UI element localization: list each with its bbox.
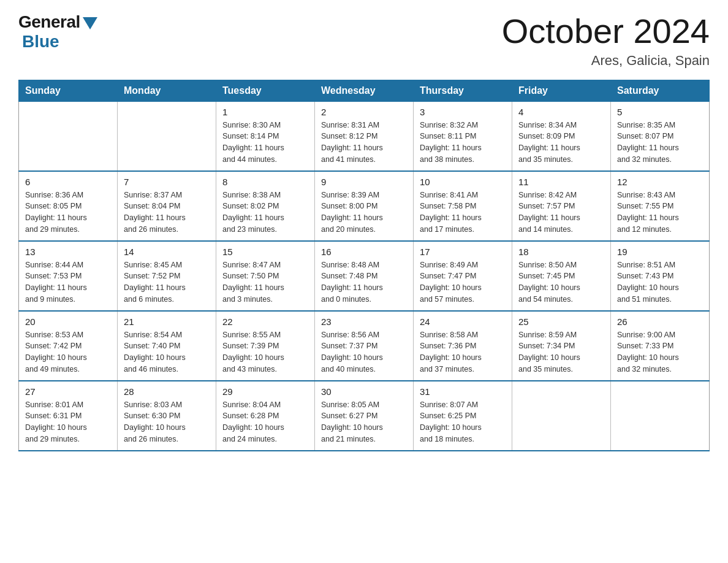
day-info: Sunrise: 8:01 AMSunset: 6:31 PMDaylight:… <box>25 399 111 445</box>
header-thursday: Thursday <box>414 80 512 101</box>
day-number: 23 <box>321 316 407 327</box>
calendar-cell: 24Sunrise: 8:58 AMSunset: 7:36 PMDayligh… <box>414 311 512 381</box>
day-info: Sunrise: 8:32 AMSunset: 8:11 PMDaylight:… <box>420 120 506 166</box>
day-info: Sunrise: 8:43 AMSunset: 7:55 PMDaylight:… <box>617 190 703 236</box>
day-number: 6 <box>25 177 111 187</box>
logo-triangle-icon <box>83 17 97 29</box>
day-info: Sunrise: 8:38 AMSunset: 8:02 PMDaylight:… <box>222 190 308 236</box>
day-number: 9 <box>321 177 407 187</box>
day-info: Sunrise: 8:56 AMSunset: 7:37 PMDaylight:… <box>321 329 407 375</box>
header-wednesday: Wednesday <box>315 80 414 101</box>
logo-general-text: General <box>18 12 80 32</box>
calendar-cell: 29Sunrise: 8:04 AMSunset: 6:28 PMDayligh… <box>216 381 315 451</box>
day-info: Sunrise: 8:49 AMSunset: 7:47 PMDaylight:… <box>420 259 506 305</box>
calendar-cell: 6Sunrise: 8:36 AMSunset: 8:05 PMDaylight… <box>19 171 118 241</box>
calendar-cell: 5Sunrise: 8:35 AMSunset: 8:07 PMDaylight… <box>611 101 710 171</box>
day-info: Sunrise: 8:37 AMSunset: 8:04 PMDaylight:… <box>124 190 210 236</box>
calendar-week-row: 27Sunrise: 8:01 AMSunset: 6:31 PMDayligh… <box>19 381 710 451</box>
day-number: 28 <box>124 386 210 397</box>
header-sunday: Sunday <box>19 80 118 101</box>
month-title: October 2024 <box>502 12 710 50</box>
calendar-cell: 31Sunrise: 8:07 AMSunset: 6:25 PMDayligh… <box>414 381 512 451</box>
day-info: Sunrise: 8:47 AMSunset: 7:50 PMDaylight:… <box>222 259 308 305</box>
day-info: Sunrise: 8:31 AMSunset: 8:12 PMDaylight:… <box>321 120 407 166</box>
day-number: 5 <box>617 107 703 117</box>
header-friday: Friday <box>512 80 611 101</box>
day-info: Sunrise: 8:30 AMSunset: 8:14 PMDaylight:… <box>222 120 308 166</box>
calendar-week-row: 20Sunrise: 8:53 AMSunset: 7:42 PMDayligh… <box>19 311 710 381</box>
day-info: Sunrise: 8:34 AMSunset: 8:09 PMDaylight:… <box>518 120 604 166</box>
calendar-cell: 21Sunrise: 8:54 AMSunset: 7:40 PMDayligh… <box>118 311 216 381</box>
day-info: Sunrise: 8:05 AMSunset: 6:27 PMDaylight:… <box>321 399 407 445</box>
day-number: 22 <box>222 316 308 327</box>
calendar-cell: 18Sunrise: 8:50 AMSunset: 7:45 PMDayligh… <box>512 241 611 311</box>
day-number: 31 <box>420 386 506 397</box>
day-number: 16 <box>321 247 407 257</box>
day-number: 17 <box>420 247 506 257</box>
day-info: Sunrise: 8:55 AMSunset: 7:39 PMDaylight:… <box>222 329 308 375</box>
day-number: 19 <box>617 247 703 257</box>
day-info: Sunrise: 8:04 AMSunset: 6:28 PMDaylight:… <box>222 399 308 445</box>
day-number: 21 <box>124 316 210 327</box>
calendar-cell: 17Sunrise: 8:49 AMSunset: 7:47 PMDayligh… <box>414 241 512 311</box>
calendar-cell: 19Sunrise: 8:51 AMSunset: 7:43 PMDayligh… <box>611 241 710 311</box>
calendar-week-row: 13Sunrise: 8:44 AMSunset: 7:53 PMDayligh… <box>19 241 710 311</box>
calendar-cell: 25Sunrise: 8:59 AMSunset: 7:34 PMDayligh… <box>512 311 611 381</box>
day-info: Sunrise: 8:59 AMSunset: 7:34 PMDaylight:… <box>518 329 604 375</box>
calendar-cell: 12Sunrise: 8:43 AMSunset: 7:55 PMDayligh… <box>611 171 710 241</box>
calendar-cell: 30Sunrise: 8:05 AMSunset: 6:27 PMDayligh… <box>315 381 414 451</box>
calendar-cell: 20Sunrise: 8:53 AMSunset: 7:42 PMDayligh… <box>19 311 118 381</box>
day-number: 7 <box>124 177 210 187</box>
calendar-cell: 27Sunrise: 8:01 AMSunset: 6:31 PMDayligh… <box>19 381 118 451</box>
day-info: Sunrise: 8:58 AMSunset: 7:36 PMDaylight:… <box>420 329 506 375</box>
calendar-cell: 23Sunrise: 8:56 AMSunset: 7:37 PMDayligh… <box>315 311 414 381</box>
calendar-cell <box>19 101 118 171</box>
day-info: Sunrise: 8:07 AMSunset: 6:25 PMDaylight:… <box>420 399 506 445</box>
calendar-cell: 15Sunrise: 8:47 AMSunset: 7:50 PMDayligh… <box>216 241 315 311</box>
day-number: 8 <box>222 177 308 187</box>
calendar-cell: 14Sunrise: 8:45 AMSunset: 7:52 PMDayligh… <box>118 241 216 311</box>
day-number: 4 <box>518 107 604 117</box>
calendar-cell: 4Sunrise: 8:34 AMSunset: 8:09 PMDaylight… <box>512 101 611 171</box>
calendar-cell <box>118 101 216 171</box>
calendar-cell: 28Sunrise: 8:03 AMSunset: 6:30 PMDayligh… <box>118 381 216 451</box>
calendar-cell: 1Sunrise: 8:30 AMSunset: 8:14 PMDaylight… <box>216 101 315 171</box>
day-number: 20 <box>25 316 111 327</box>
calendar-table: SundayMondayTuesdayWednesdayThursdayFrid… <box>18 80 710 451</box>
day-info: Sunrise: 8:51 AMSunset: 7:43 PMDaylight:… <box>617 259 703 305</box>
page-header: General Blue October 2024 Ares, Galicia,… <box>18 12 710 69</box>
day-info: Sunrise: 8:42 AMSunset: 7:57 PMDaylight:… <box>518 190 604 236</box>
calendar-header-row: SundayMondayTuesdayWednesdayThursdayFrid… <box>19 80 710 101</box>
logo: General Blue <box>18 12 97 52</box>
day-number: 27 <box>25 386 111 397</box>
day-info: Sunrise: 8:44 AMSunset: 7:53 PMDaylight:… <box>25 259 111 305</box>
logo-blue-text: Blue <box>22 32 59 52</box>
day-number: 24 <box>420 316 506 327</box>
calendar-cell: 9Sunrise: 8:39 AMSunset: 8:00 PMDaylight… <box>315 171 414 241</box>
day-info: Sunrise: 8:03 AMSunset: 6:30 PMDaylight:… <box>124 399 210 445</box>
calendar-cell: 2Sunrise: 8:31 AMSunset: 8:12 PMDaylight… <box>315 101 414 171</box>
location-title: Ares, Galicia, Spain <box>502 53 710 69</box>
day-number: 18 <box>518 247 604 257</box>
day-info: Sunrise: 8:35 AMSunset: 8:07 PMDaylight:… <box>617 120 703 166</box>
day-number: 3 <box>420 107 506 117</box>
day-info: Sunrise: 8:45 AMSunset: 7:52 PMDaylight:… <box>124 259 210 305</box>
day-number: 2 <box>321 107 407 117</box>
day-info: Sunrise: 8:36 AMSunset: 8:05 PMDaylight:… <box>25 190 111 236</box>
header-monday: Monday <box>118 80 216 101</box>
calendar-cell: 11Sunrise: 8:42 AMSunset: 7:57 PMDayligh… <box>512 171 611 241</box>
calendar-cell: 22Sunrise: 8:55 AMSunset: 7:39 PMDayligh… <box>216 311 315 381</box>
day-number: 15 <box>222 247 308 257</box>
calendar-week-row: 1Sunrise: 8:30 AMSunset: 8:14 PMDaylight… <box>19 101 710 171</box>
day-number: 14 <box>124 247 210 257</box>
day-info: Sunrise: 8:54 AMSunset: 7:40 PMDaylight:… <box>124 329 210 375</box>
day-info: Sunrise: 9:00 AMSunset: 7:33 PMDaylight:… <box>617 329 703 375</box>
day-number: 12 <box>617 177 703 187</box>
day-number: 11 <box>518 177 604 187</box>
day-number: 1 <box>222 107 308 117</box>
day-info: Sunrise: 8:48 AMSunset: 7:48 PMDaylight:… <box>321 259 407 305</box>
title-block: October 2024 Ares, Galicia, Spain <box>502 12 710 69</box>
header-saturday: Saturday <box>611 80 710 101</box>
calendar-cell: 26Sunrise: 9:00 AMSunset: 7:33 PMDayligh… <box>611 311 710 381</box>
day-number: 29 <box>222 386 308 397</box>
